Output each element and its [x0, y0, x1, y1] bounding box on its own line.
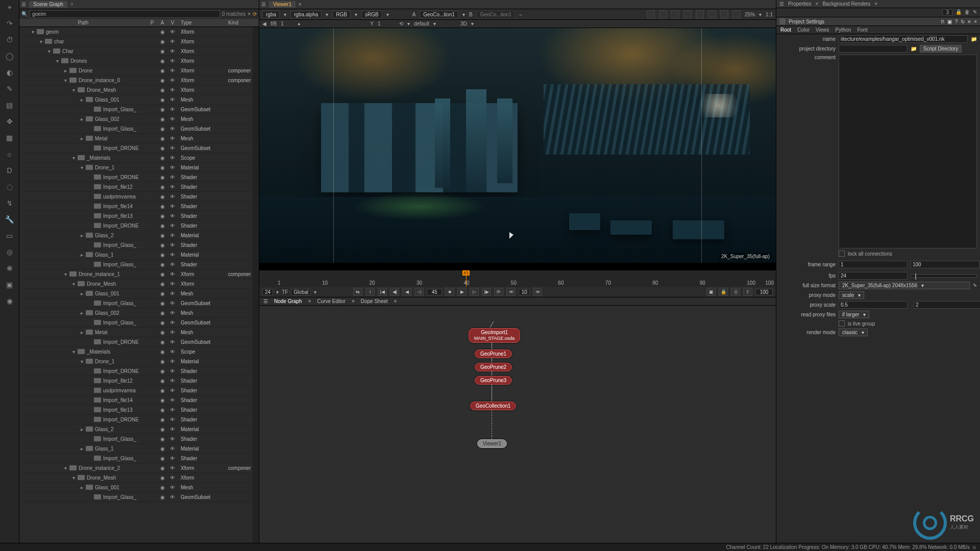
menu-icon[interactable]: ☰ — [263, 298, 268, 304]
col-a[interactable]: A — [157, 20, 167, 26]
menu-icon[interactable]: ≡ — [968, 19, 971, 24]
tree-row[interactable]: Import_file13◉👁Shader — [19, 405, 253, 415]
tree-row[interactable]: ▾geom◉👁Xform — [19, 27, 253, 37]
visibility-icon[interactable]: 👁 — [167, 397, 178, 403]
active-icon[interactable]: ◉ — [157, 107, 167, 112]
active-icon[interactable]: ◉ — [157, 252, 167, 258]
active-icon[interactable]: ◉ — [157, 97, 167, 103]
node-geoprune2[interactable]: GeoPrune2 — [475, 363, 512, 371]
step-field[interactable]: 10 — [519, 289, 530, 295]
disclosure-icon[interactable]: ▾ — [40, 39, 45, 44]
subtab-views[interactable]: Views — [816, 27, 829, 33]
visibility-icon[interactable]: 👁 — [167, 456, 178, 461]
gain-icon[interactable] — [720, 10, 728, 18]
active-icon[interactable]: ◉ — [157, 291, 167, 296]
visibility-icon[interactable]: 👁 — [167, 485, 178, 490]
active-icon[interactable]: ◉ — [157, 213, 167, 219]
active-icon[interactable]: ◉ — [157, 427, 167, 432]
tree-row[interactable]: ▸Glass_001◉👁Mesh — [19, 95, 253, 105]
visibility-icon[interactable]: 👁 — [167, 126, 178, 132]
step-fwd-icon[interactable]: ▷ — [470, 288, 479, 296]
active-icon[interactable]: ◉ — [157, 494, 167, 500]
back-icon[interactable]: ◀ — [262, 21, 266, 27]
visibility-icon[interactable]: 👁 — [167, 87, 178, 93]
disclosure-icon[interactable]: ▸ — [81, 427, 86, 432]
visibility-icon[interactable]: 👁 — [167, 368, 178, 374]
active-icon[interactable]: ◉ — [157, 126, 167, 132]
tree-row[interactable]: ▾Drone_Mesh◉👁Xform — [19, 473, 253, 483]
section-project-settings[interactable]: Project Settings ⎘ ▣ ? ↻ ≡ × — [776, 17, 980, 26]
disclosure-icon[interactable]: ▸ — [81, 485, 86, 490]
play-icon[interactable]: ▶ — [457, 288, 467, 296]
disclosure-icon[interactable]: ▸ — [81, 252, 86, 258]
visibility-icon[interactable]: 👁 — [167, 204, 178, 209]
tree-row[interactable]: ▸Glass_001◉👁Mesh — [19, 289, 253, 298]
active-icon[interactable]: ◉ — [157, 145, 167, 151]
visibility-icon[interactable]: 👁 — [167, 300, 178, 306]
fps-field[interactable]: 24 — [262, 289, 273, 295]
browse-icon[interactable]: 📁 — [911, 46, 917, 52]
channel-dropdown[interactable]: rgba — [262, 11, 280, 18]
tree-row[interactable]: ▸Glass_002◉👁Mesh — [19, 308, 253, 318]
disclosure-icon[interactable]: ▾ — [64, 78, 69, 83]
active-icon[interactable]: ◉ — [157, 136, 167, 141]
tool-icon[interactable]: 🔧 — [5, 214, 15, 224]
active-icon[interactable]: ◉ — [157, 320, 167, 325]
mode-3d-toggle[interactable]: 3D — [460, 21, 467, 27]
gamma-icon[interactable] — [708, 10, 716, 18]
tab-scene-graph[interactable]: Scene Graph — [29, 1, 67, 8]
frame-in-field[interactable] — [839, 261, 908, 268]
active-icon[interactable]: ◉ — [157, 174, 167, 180]
tool-icon[interactable]: ▭ — [5, 231, 15, 241]
tab-curve-editor[interactable]: Curve Editor — [317, 298, 346, 304]
tool-icon[interactable]: ▣ — [5, 280, 15, 290]
prev-key-icon[interactable]: ◀| — [390, 288, 399, 296]
visibility-icon[interactable]: 👁 — [167, 465, 178, 471]
close-icon[interactable]: × — [974, 19, 977, 24]
disclosure-icon[interactable]: ▾ — [64, 271, 69, 277]
menu-icon[interactable]: ☰ — [779, 1, 784, 7]
disclosure-icon[interactable]: ▾ — [72, 475, 78, 481]
step-back-icon[interactable]: ◁ — [414, 288, 424, 296]
active-icon[interactable]: ◉ — [157, 359, 167, 364]
dir-field[interactable] — [839, 45, 908, 53]
script-dir-button[interactable]: Script Directory — [920, 45, 962, 53]
tree-row[interactable]: Import_Glass_◉👁Shader — [19, 260, 253, 269]
node-geoimport1[interactable]: GeoImport1MAIN_STAGE.usda — [469, 328, 520, 343]
tree-row[interactable]: Import_DRONE◉👁GeomSubset — [19, 143, 253, 153]
node-graph[interactable]: GeoImport1MAIN_STAGE.usda GeoPrune1 GeoP… — [259, 306, 776, 551]
pin-icon[interactable]: ⎘ — [941, 19, 944, 24]
active-icon[interactable]: ◉ — [157, 485, 167, 490]
active-icon[interactable]: ◉ — [157, 310, 167, 316]
tree-row[interactable]: Import_DRONE◉👁GeomSubset — [19, 337, 253, 347]
tree-row[interactable]: ▾Drone_Mesh◉👁Xform — [19, 85, 253, 95]
active-icon[interactable]: ◉ — [157, 242, 167, 248]
node-geoprune1[interactable]: GeoPrune1 — [475, 349, 512, 358]
tool-icon[interactable]: ◉ — [5, 296, 15, 306]
monitor-icon[interactable]: ▣ — [706, 288, 716, 296]
active-icon[interactable]: ◉ — [157, 223, 167, 229]
disclosure-icon[interactable]: ▾ — [72, 155, 78, 161]
visibility-icon[interactable]: 👁 — [167, 242, 178, 248]
capture-icon[interactable]: ⎙ — [731, 288, 740, 296]
col-kind[interactable]: Kind — [226, 20, 259, 26]
disclosure-icon[interactable]: ▾ — [48, 48, 53, 54]
visibility-icon[interactable]: 👁 — [167, 436, 178, 442]
tool-icon[interactable]: ⏱ — [5, 35, 15, 45]
visibility-icon[interactable]: 👁 — [167, 271, 178, 277]
tree-row[interactable]: ▾Drone_instance_0◉👁Xformcomponer — [19, 76, 253, 85]
live-checkbox[interactable] — [839, 320, 845, 327]
visibility-icon[interactable]: 👁 — [167, 174, 178, 180]
step-back10-icon[interactable]: ≪ — [506, 288, 516, 296]
active-icon[interactable]: ◉ — [157, 330, 167, 335]
visibility-icon[interactable]: 👁 — [167, 388, 178, 393]
play-back-icon[interactable]: ◀ — [402, 288, 411, 296]
tab-properties[interactable]: Properties — [788, 1, 812, 7]
scene-search-input[interactable] — [30, 10, 220, 18]
colorspace-dropdown[interactable]: sRGB — [361, 11, 382, 18]
active-icon[interactable]: ◉ — [157, 58, 167, 64]
tree-row[interactable]: ▾char◉👁Xform — [19, 37, 253, 46]
keyframe-icon[interactable]: I — [365, 288, 375, 296]
active-icon[interactable]: ◉ — [157, 194, 167, 199]
active-icon[interactable]: ◉ — [157, 456, 167, 461]
